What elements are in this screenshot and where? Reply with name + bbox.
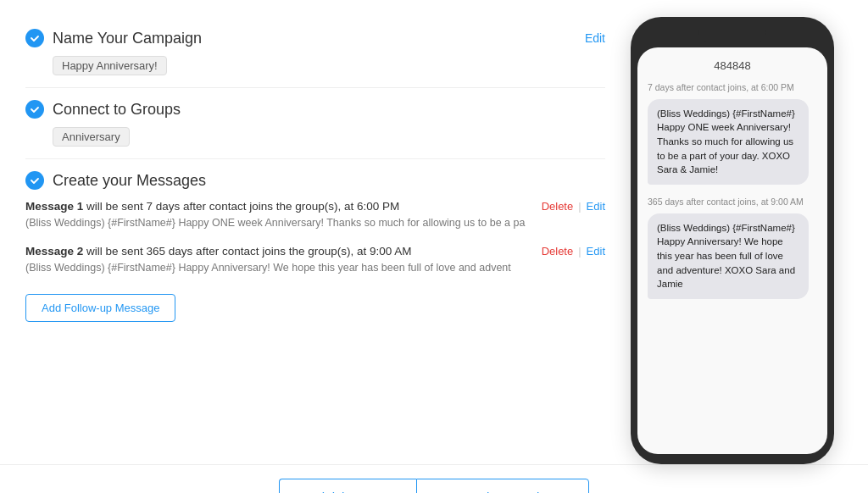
message-1-header: Message 1 will be sent 7 days after cont…	[25, 200, 605, 213]
left-panel: Name Your Campaign Edit Happy Anniversar…	[25, 17, 605, 464]
message-1-actions: Delete | Edit	[542, 200, 605, 213]
message-2-title: Message 2 will be sent 365 days after co…	[25, 245, 542, 258]
footer: Finish Later Launch campaign	[0, 464, 868, 493]
connect-groups-section: Connect to Groups Anniversary	[25, 88, 605, 159]
message-2-edit-btn[interactable]: Edit	[587, 245, 605, 258]
name-campaign-title-row: Name Your Campaign	[25, 29, 202, 47]
phone-screen: 484848 7 days after contact joins, at 6:…	[637, 47, 827, 454]
message-2-divider: |	[578, 245, 581, 258]
phone-mockup: 484848 7 days after contact joins, at 6:…	[631, 17, 834, 464]
name-campaign-title: Name Your Campaign	[53, 30, 202, 47]
campaign-name-tag: Happy Anniversary!	[53, 56, 167, 75]
connect-groups-title: Connect to Groups	[53, 101, 181, 119]
add-followup-button[interactable]: Add Follow-up Message	[25, 294, 175, 322]
phone-notch	[698, 27, 766, 42]
message-1-preview: (Bliss Weddings) {#FirstName#} Happy ONE…	[25, 216, 605, 231]
message-1-description: will be sent 7 days after contact joins …	[83, 200, 399, 213]
message-1-title: Message 1 will be sent 7 days after cont…	[25, 200, 542, 213]
phone-number: 484848	[648, 59, 817, 72]
phone-bubble-1: (Bliss Weddings) {#FirstName#} Happy ONE…	[648, 99, 809, 185]
phone-bubble-2: (Bliss Weddings) {#FirstName#} Happy Ann…	[648, 213, 809, 299]
connect-groups-header: Connect to Groups	[25, 100, 605, 119]
message-2-delete-btn[interactable]: Delete	[542, 245, 574, 258]
message-2-label: Message 2	[25, 245, 83, 258]
right-panel: 484848 7 days after contact joins, at 6:…	[622, 17, 843, 464]
message-1-edit-btn[interactable]: Edit	[587, 200, 605, 213]
message-2-description: will be sent 365 days after contact join…	[83, 245, 411, 258]
message-2-preview: (Bliss Weddings) {#FirstName#} Happy Ann…	[25, 261, 605, 276]
launch-campaign-button[interactable]: Launch campaign	[416, 479, 588, 493]
connect-groups-check	[25, 100, 44, 119]
message-1-delete-btn[interactable]: Delete	[542, 200, 574, 213]
message-2-header: Message 2 will be sent 365 days after co…	[25, 245, 605, 258]
phone-time-label-2: 365 days after contact joins, at 9:00 AM	[648, 197, 817, 208]
create-messages-title: Create your Messages	[53, 172, 206, 190]
name-campaign-check	[25, 29, 44, 47]
connect-groups-title-row: Connect to Groups	[25, 100, 181, 119]
message-1-label: Message 1	[25, 200, 83, 213]
message-1-divider: |	[578, 200, 581, 213]
create-messages-check	[25, 171, 44, 190]
message-2-actions: Delete | Edit	[542, 245, 605, 258]
name-campaign-section: Name Your Campaign Edit Happy Anniversar…	[25, 17, 605, 88]
phone-time-label-1: 7 days after contact joins, at 6:00 PM	[648, 82, 817, 94]
finish-later-button[interactable]: Finish Later	[279, 479, 416, 493]
create-messages-title-row: Create your Messages	[25, 171, 605, 190]
name-campaign-edit-link[interactable]: Edit	[585, 31, 605, 45]
name-campaign-header: Name Your Campaign Edit	[25, 29, 605, 47]
message-item-2: Message 2 will be sent 365 days after co…	[25, 245, 605, 276]
message-item-1: Message 1 will be sent 7 days after cont…	[25, 200, 605, 231]
groups-tag: Anniversary	[53, 127, 130, 147]
create-messages-section: Create your Messages Message 1 will be s…	[25, 159, 605, 330]
